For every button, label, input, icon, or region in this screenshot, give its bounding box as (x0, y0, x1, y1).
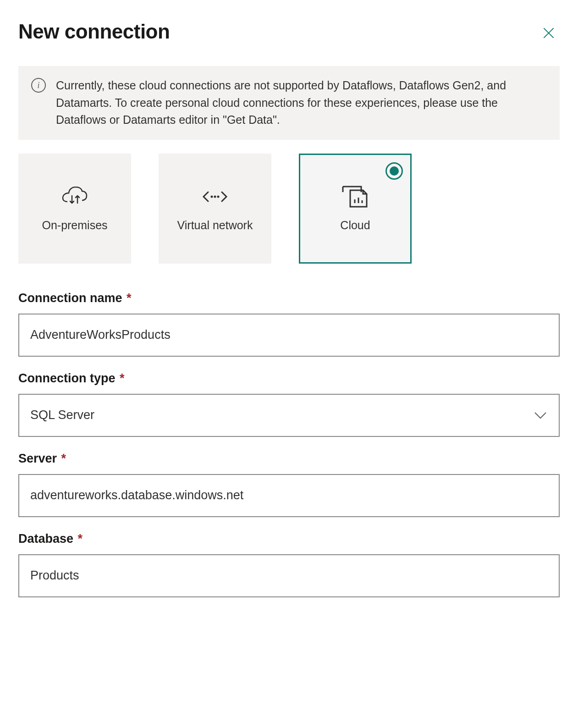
selected-indicator-icon (385, 162, 403, 180)
required-mark: * (127, 291, 132, 305)
connection-name-label: Connection name * (18, 291, 560, 305)
database-label: Database * (18, 532, 560, 546)
svg-point-4 (217, 195, 220, 198)
server-input[interactable] (18, 474, 560, 517)
page-title: New connection (18, 20, 170, 43)
close-button[interactable] (538, 22, 560, 44)
connection-type-cards: On-premises Virtual network (18, 154, 560, 264)
connection-name-input[interactable] (18, 314, 560, 357)
connection-type-select[interactable]: SQL Server (18, 394, 560, 437)
required-mark: * (61, 452, 66, 465)
card-on-premises[interactable]: On-premises (18, 154, 131, 264)
info-banner: i Currently, these cloud connections are… (18, 66, 560, 140)
card-label: On-premises (42, 218, 107, 233)
required-mark: * (120, 371, 125, 385)
card-label: Cloud (340, 218, 370, 233)
server-label: Server * (18, 452, 560, 466)
document-chart-icon (341, 184, 369, 210)
svg-point-3 (214, 195, 216, 198)
connection-type-label: Connection type * (18, 371, 560, 386)
cloud-sync-icon (61, 184, 88, 210)
card-virtual-network[interactable]: Virtual network (159, 154, 271, 264)
card-cloud[interactable]: Cloud (299, 154, 412, 264)
network-icon (202, 184, 228, 210)
info-text: Currently, these cloud connections are n… (56, 77, 547, 129)
required-mark: * (78, 532, 83, 546)
database-input[interactable] (18, 554, 560, 597)
card-label: Virtual network (177, 218, 253, 233)
close-icon (541, 26, 556, 40)
info-icon: i (31, 78, 46, 93)
svg-point-2 (211, 195, 213, 198)
